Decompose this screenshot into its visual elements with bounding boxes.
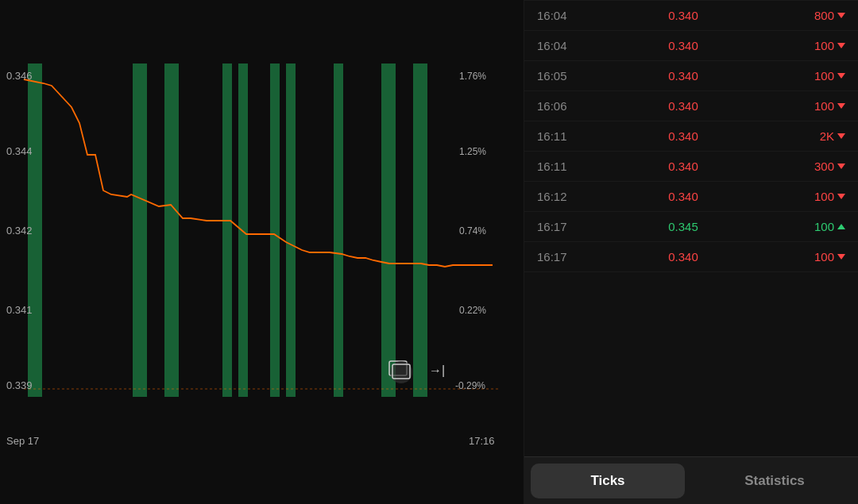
- svg-rect-7: [286, 63, 296, 397]
- svg-rect-0: [0, 0, 524, 504]
- chart-panel: 0.346 0.344 0.342 0.341 0.339 1.76% 1.25…: [0, 0, 524, 504]
- tick-price: 0.340: [651, 129, 715, 143]
- tick-volume: 100: [782, 220, 845, 233]
- svg-rect-8: [334, 63, 343, 397]
- arrow-up-icon: [837, 224, 845, 229]
- tick-price: 0.340: [651, 69, 715, 83]
- svg-text:17:16: 17:16: [469, 435, 495, 447]
- svg-text:Sep 17: Sep 17: [6, 435, 39, 447]
- arrow-down-icon: [837, 254, 845, 260]
- svg-text:0.344: 0.344: [6, 145, 33, 157]
- arrow-down-icon: [837, 164, 845, 169]
- tick-time: 16:11: [537, 129, 585, 143]
- tick-price: 0.340: [651, 250, 715, 264]
- svg-rect-4: [222, 63, 232, 397]
- svg-rect-5: [238, 63, 248, 397]
- tick-volume: 2K: [782, 129, 845, 143]
- arrow-down-icon: [837, 43, 845, 48]
- tick-price: 0.345: [651, 220, 715, 233]
- tick-price: 0.340: [651, 99, 715, 113]
- tab-ticks[interactable]: Ticks: [531, 464, 685, 498]
- table-row: 16:04 0.340 800: [524, 0, 858, 31]
- svg-rect-3: [164, 63, 179, 397]
- tab-statistics[interactable]: Statistics: [698, 464, 852, 498]
- tick-volume: 100: [782, 190, 845, 203]
- svg-text:→|: →|: [429, 364, 445, 377]
- tick-volume: 100: [782, 99, 845, 113]
- tick-price: 0.340: [651, 9, 715, 22]
- svg-rect-6: [270, 63, 280, 397]
- ticks-list: 16:04 0.340 800 16:04 0.340 100 16:05 0.…: [524, 0, 858, 456]
- tick-time: 16:17: [537, 220, 585, 233]
- svg-text:1.25%: 1.25%: [459, 146, 486, 157]
- tick-time: 16:11: [537, 160, 585, 173]
- tab-statistics-label: Statistics: [744, 473, 805, 489]
- arrow-down-icon: [837, 73, 845, 79]
- tick-volume: 100: [782, 250, 845, 264]
- svg-text:1.76%: 1.76%: [459, 71, 486, 82]
- tick-volume: 300: [782, 160, 845, 173]
- table-row: 16:04 0.340 100: [524, 31, 858, 61]
- tab-bar: Ticks Statistics: [524, 456, 858, 504]
- tick-price: 0.340: [651, 190, 715, 203]
- arrow-down-icon: [837, 133, 845, 139]
- svg-rect-9: [381, 63, 396, 397]
- right-panel: 16:04 0.340 800 16:04 0.340 100 16:05 0.…: [524, 0, 858, 504]
- table-row: 16:17 0.340 100: [524, 242, 858, 272]
- tick-time: 16:04: [537, 39, 585, 52]
- chart-svg: 0.346 0.344 0.342 0.341 0.339 1.76% 1.25…: [0, 0, 524, 504]
- tick-volume: 800: [782, 9, 845, 22]
- svg-text:0.342: 0.342: [6, 225, 33, 237]
- svg-text:0.341: 0.341: [6, 304, 33, 316]
- table-row: 16:17 0.345 100: [524, 212, 858, 242]
- table-row: 16:05 0.340 100: [524, 61, 858, 91]
- tick-time: 16:12: [537, 190, 585, 203]
- table-row: 16:06 0.340 100: [524, 91, 858, 121]
- tab-ticks-label: Ticks: [590, 473, 624, 489]
- arrow-down-icon: [837, 103, 845, 109]
- arrow-down-icon: [837, 194, 845, 199]
- tick-time: 16:04: [537, 9, 585, 22]
- tick-price: 0.340: [651, 160, 715, 173]
- svg-rect-2: [133, 63, 147, 397]
- table-row: 16:11 0.340 300: [524, 152, 858, 182]
- tick-volume: 100: [782, 69, 845, 83]
- tick-time: 16:06: [537, 99, 585, 113]
- arrow-down-icon: [837, 13, 845, 18]
- svg-text:0.346: 0.346: [6, 70, 33, 82]
- svg-text:0.339: 0.339: [6, 379, 33, 391]
- tick-time: 16:17: [537, 250, 585, 264]
- svg-rect-10: [413, 63, 427, 397]
- svg-text:0.74%: 0.74%: [459, 225, 486, 237]
- tick-time: 16:05: [537, 69, 585, 83]
- svg-text:0.22%: 0.22%: [459, 305, 486, 316]
- tick-price: 0.340: [651, 39, 715, 52]
- table-row: 16:12 0.340 100: [524, 182, 858, 212]
- tick-volume: 100: [782, 39, 845, 52]
- table-row: 16:11 0.340 2K: [524, 121, 858, 152]
- svg-text:-0.29%: -0.29%: [455, 380, 485, 391]
